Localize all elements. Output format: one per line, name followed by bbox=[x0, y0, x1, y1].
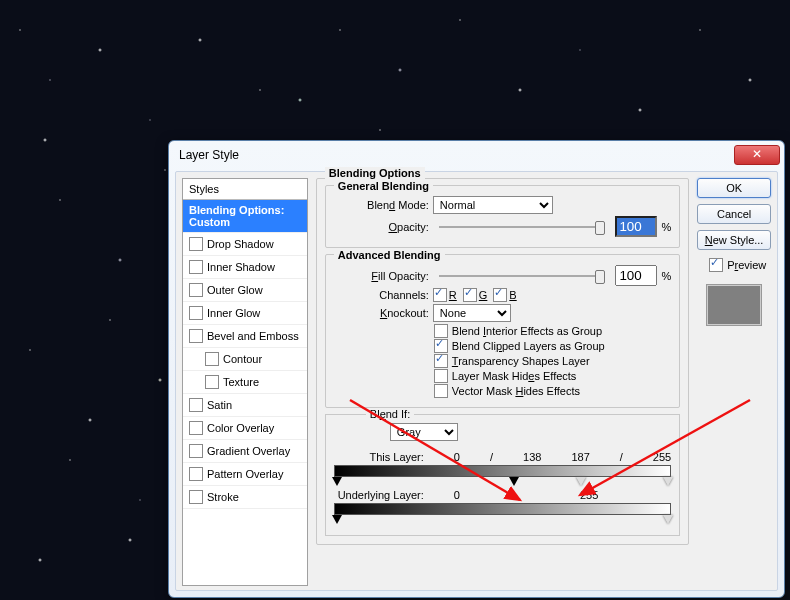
checkbox-icon[interactable] bbox=[205, 375, 219, 389]
opacity-label: Opacity: bbox=[334, 221, 429, 233]
fill-opacity-slider[interactable] bbox=[439, 275, 606, 277]
checkbox-icon[interactable] bbox=[189, 260, 203, 274]
titlebar[interactable]: Layer Style ✕ bbox=[169, 141, 784, 169]
general-blending-group: General Blending Blend Mode: Normal Opac… bbox=[325, 185, 680, 248]
style-item-satin[interactable]: Satin bbox=[183, 394, 307, 417]
styles-list: Styles Blending Options: Custom Drop Sha… bbox=[182, 178, 308, 586]
styles-column: Styles Blending Options: Custom Drop Sha… bbox=[182, 178, 308, 584]
blend-mode-select[interactable]: Normal bbox=[433, 196, 553, 214]
advanced-blending-title: Advanced Blending bbox=[334, 249, 445, 261]
style-item-inner-shadow[interactable]: Inner Shadow bbox=[183, 256, 307, 279]
preview-checkbox[interactable] bbox=[709, 258, 723, 272]
advanced-options: Blend Interior Effects as Group Blend Cl… bbox=[434, 324, 671, 398]
checkbox-icon[interactable] bbox=[189, 398, 203, 412]
knockout-select[interactable]: None bbox=[433, 304, 511, 322]
opt-transparency-checkbox[interactable] bbox=[434, 354, 448, 368]
advanced-blending-group: Advanced Blending Fill Opacity: % Channe… bbox=[325, 254, 680, 408]
style-item-gradient-overlay[interactable]: Gradient Overlay bbox=[183, 440, 307, 463]
checkbox-icon[interactable] bbox=[189, 283, 203, 297]
styles-header[interactable]: Styles bbox=[183, 179, 307, 200]
blending-options-group: Blending Options General Blending Blend … bbox=[316, 178, 689, 545]
cancel-button[interactable]: Cancel bbox=[697, 204, 771, 224]
knockout-label: Knockout: bbox=[334, 307, 429, 319]
fill-opacity-input[interactable] bbox=[615, 265, 657, 286]
checkbox-icon[interactable] bbox=[189, 329, 203, 343]
checkbox-icon[interactable] bbox=[189, 444, 203, 458]
checkbox-icon[interactable] bbox=[189, 306, 203, 320]
slider-handle-black[interactable] bbox=[332, 515, 342, 524]
blend-if-label: Blend If: bbox=[366, 408, 414, 420]
style-item-pattern-overlay[interactable]: Pattern Overlay bbox=[183, 463, 307, 486]
layer-style-dialog: Layer Style ✕ Styles Blending Options: C… bbox=[168, 140, 785, 598]
opt-clipped-checkbox[interactable] bbox=[434, 339, 448, 353]
percent-label: % bbox=[661, 221, 671, 233]
new-style-button[interactable]: New Style... bbox=[697, 230, 771, 250]
style-item-contour[interactable]: Contour bbox=[183, 348, 307, 371]
this-layer-gradient[interactable] bbox=[334, 465, 671, 477]
underlying-layer-gradient[interactable] bbox=[334, 503, 671, 515]
style-item-blending-options[interactable]: Blending Options: Custom bbox=[183, 200, 307, 233]
preview-row: Preview bbox=[697, 258, 771, 272]
channels-label: Channels: bbox=[334, 289, 429, 301]
channel-b-checkbox[interactable] bbox=[493, 288, 507, 302]
style-item-inner-glow[interactable]: Inner Glow bbox=[183, 302, 307, 325]
style-item-bevel-emboss[interactable]: Bevel and Emboss bbox=[183, 325, 307, 348]
buttons-column: OK Cancel New Style... Preview bbox=[697, 178, 771, 584]
channel-g-checkbox[interactable] bbox=[463, 288, 477, 302]
channels-row: R G B bbox=[433, 288, 517, 302]
general-blending-title: General Blending bbox=[334, 180, 433, 192]
checkbox-icon[interactable] bbox=[189, 467, 203, 481]
preview-swatch bbox=[706, 284, 762, 326]
style-item-stroke[interactable]: Stroke bbox=[183, 486, 307, 509]
checkbox-icon[interactable] bbox=[205, 352, 219, 366]
checkbox-icon[interactable] bbox=[189, 490, 203, 504]
checkbox-icon[interactable] bbox=[189, 421, 203, 435]
opt-interior-checkbox[interactable] bbox=[434, 324, 448, 338]
blend-if-select[interactable]: Gray bbox=[390, 423, 458, 441]
dialog-body: Styles Blending Options: Custom Drop Sha… bbox=[175, 171, 778, 591]
style-item-texture[interactable]: Texture bbox=[183, 371, 307, 394]
opacity-input[interactable] bbox=[615, 216, 657, 237]
this-layer-label: This Layer: bbox=[334, 451, 424, 463]
fill-opacity-label: Fill Opacity: bbox=[334, 270, 429, 282]
opacity-slider[interactable] bbox=[439, 226, 606, 228]
style-item-outer-glow[interactable]: Outer Glow bbox=[183, 279, 307, 302]
style-item-drop-shadow[interactable]: Drop Shadow bbox=[183, 233, 307, 256]
close-button[interactable]: ✕ bbox=[734, 145, 780, 165]
slider-handle-white-high[interactable] bbox=[663, 477, 673, 486]
underlying-layer-label: Underlying Layer: bbox=[334, 489, 424, 501]
slider-handle-white-low[interactable] bbox=[576, 477, 586, 486]
style-item-color-overlay[interactable]: Color Overlay bbox=[183, 417, 307, 440]
opt-layermask-checkbox[interactable] bbox=[434, 369, 448, 383]
opt-vectormask-checkbox[interactable] bbox=[434, 384, 448, 398]
blending-options-title: Blending Options bbox=[325, 167, 425, 179]
slider-handle-black-high[interactable] bbox=[509, 477, 519, 486]
blend-if-group: Blend If: Gray This Layer: 0 / 138 187 /… bbox=[325, 414, 680, 536]
slider-handle-white[interactable] bbox=[663, 515, 673, 524]
percent-label: % bbox=[661, 270, 671, 282]
dialog-title: Layer Style bbox=[179, 148, 734, 162]
ok-button[interactable]: OK bbox=[697, 178, 771, 198]
slider-handle-black-low[interactable] bbox=[332, 477, 342, 486]
blend-mode-label: Blend Mode: bbox=[334, 199, 429, 211]
options-column: Blending Options General Blending Blend … bbox=[316, 178, 689, 584]
channel-r-checkbox[interactable] bbox=[433, 288, 447, 302]
checkbox-icon[interactable] bbox=[189, 237, 203, 251]
